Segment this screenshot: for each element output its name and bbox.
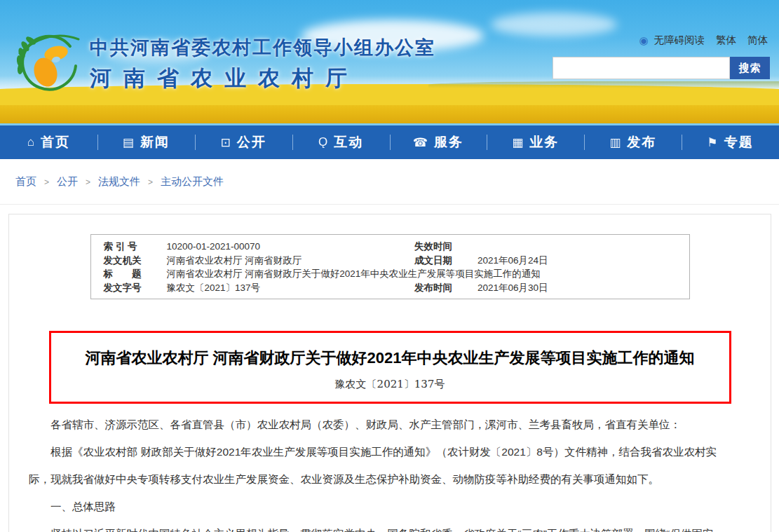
meta-index-value: 10200-01-2021-00070 bbox=[167, 240, 261, 254]
nav-item-label: 新闻 bbox=[140, 133, 170, 151]
meta-index-label: 索 引 号 bbox=[104, 240, 149, 254]
org-title-line1: 中共河南省委农村工作领导小组办公室 bbox=[90, 35, 435, 60]
nav-item[interactable]: Ǫ 互动 bbox=[292, 125, 390, 159]
nav-item[interactable]: ⌂ 首页 bbox=[0, 125, 97, 159]
breadcrumb: 首页 公开 法规文件 主动公开文件 bbox=[0, 159, 779, 205]
meta-row: 发文机关 河南省农业农村厅 河南省财政厅 成文日期 2021年06月24日 bbox=[91, 254, 689, 268]
nav-item-label: 公开 bbox=[237, 133, 266, 151]
document-number: 豫农文〔2021〕137号 bbox=[65, 378, 715, 391]
disclosure-icon: ⊡ bbox=[221, 135, 231, 150]
meta-written-date-value: 2021年06月24日 bbox=[477, 254, 548, 268]
home-icon: ⌂ bbox=[27, 135, 34, 149]
simplified-chinese-link[interactable]: 简体 bbox=[747, 34, 768, 47]
meta-title-label: 标 题 bbox=[104, 267, 149, 281]
breadcrumb-item[interactable]: 公开 bbox=[57, 175, 98, 189]
meta-row: 发文字号 豫农文〔2021〕137号 发布时间 2021年06月30日 bbox=[91, 281, 689, 295]
document-meta-table: 索 引 号 10200-01-2021-00070 失效时间 发文机关 河南省农… bbox=[90, 234, 690, 299]
document-title: 河南省农业农村厅 河南省财政厅关于做好2021年中央农业生产发展等项目实施工作的… bbox=[65, 348, 715, 369]
nav-item[interactable]: ⊡ 公开 bbox=[195, 125, 292, 159]
nav-item[interactable]: ☎ 服务 bbox=[390, 125, 487, 159]
cloud-decoration bbox=[491, 13, 617, 36]
header-tools: ◉ 无障碍阅读 繁体 简体 bbox=[639, 34, 768, 47]
breadcrumb-item[interactable]: 首页 bbox=[15, 175, 57, 189]
service-icon: ☎ bbox=[413, 135, 428, 150]
publish-icon: ▥ bbox=[609, 135, 621, 150]
wheat-field-decoration bbox=[0, 94, 779, 123]
meta-issuer-label: 发文机关 bbox=[104, 254, 149, 268]
search-button[interactable]: 搜索 bbox=[730, 57, 770, 79]
meta-row: 标 题 河南省农业农村厅 河南省财政厅关于做好2021年中央农业生产发展等项目实… bbox=[91, 267, 689, 281]
site-title-block: 中共河南省委农村工作领导小组办公室 河南省农业农村厅 bbox=[90, 35, 435, 93]
nav-item[interactable]: ▤ 新闻 bbox=[97, 125, 195, 159]
topics-icon: ⚑ bbox=[707, 135, 717, 150]
main-navigation: ⌂ 首页 ▤ 新闻 ⊡ 公开 Ǫ 互动 ☎ 服务 ▦ 业务 ▥ 发布 bbox=[0, 123, 779, 159]
breadcrumb-item[interactable]: 主动公开文件 bbox=[161, 175, 224, 189]
breadcrumb-item[interactable]: 法规文件 bbox=[98, 175, 161, 189]
interaction-icon: Ǫ bbox=[318, 135, 327, 149]
meta-docno-value: 豫农文〔2021〕137号 bbox=[167, 281, 261, 295]
accessibility-link[interactable]: 无障碍阅读 bbox=[654, 34, 705, 47]
search-input[interactable] bbox=[553, 57, 730, 79]
meta-expiry-label: 失效时间 bbox=[414, 240, 459, 254]
body-paragraph: 根据《农业农村部 财政部关于做好2021年农业生产发展等项目实施工作的通知》（农… bbox=[29, 438, 729, 493]
org-title-line2: 河南省农业农村厅 bbox=[90, 64, 435, 93]
meta-written-date-label: 成文日期 bbox=[414, 254, 459, 268]
nav-item-label: 业务 bbox=[529, 133, 559, 151]
body-paragraph: 坚持以习近平新时代中国特色社会主义思想为指导，贯彻落实党中央、国务院和省委、省政… bbox=[29, 520, 729, 532]
body-paragraph: 一、总体思路 bbox=[29, 493, 729, 520]
document-body: 各省辖市、济源示范区、各省直管县（市）农业农村局（农委）、财政局、水产主管部门，… bbox=[9, 404, 771, 532]
accessibility-eye-icon: ◉ bbox=[639, 34, 648, 47]
body-paragraph: 各省辖市、济源示范区、各省直管县（市）农业农村局（农委）、财政局、水产主管部门，… bbox=[29, 411, 729, 438]
nav-item[interactable]: ▦ 业务 bbox=[487, 125, 584, 159]
meta-title-value: 河南省农业农村厅 河南省财政厅关于做好2021年中央农业生产发展等项目实施工作的… bbox=[167, 267, 541, 281]
meta-row: 索 引 号 10200-01-2021-00070 失效时间 bbox=[91, 240, 689, 254]
search-bar: 搜索 bbox=[553, 57, 770, 79]
meta-published-label: 发布时间 bbox=[414, 281, 459, 295]
nav-item[interactable]: ⚑ 专题 bbox=[682, 125, 779, 159]
nav-item-label: 互动 bbox=[334, 133, 363, 151]
nav-item-label: 发布 bbox=[627, 133, 656, 151]
content-panel: 索 引 号 10200-01-2021-00070 失效时间 发文机关 河南省农… bbox=[8, 214, 771, 532]
nav-item-label: 专题 bbox=[724, 133, 754, 151]
nav-item-label: 服务 bbox=[434, 133, 463, 151]
site-banner: 中共河南省委农村工作领导小组办公室 河南省农业农村厅 ◉ 无障碍阅读 繁体 简体… bbox=[0, 0, 779, 123]
news-icon: ▤ bbox=[123, 135, 134, 150]
traditional-chinese-link[interactable]: 繁体 bbox=[716, 34, 736, 47]
nav-item[interactable]: ▥ 发布 bbox=[584, 125, 682, 159]
meta-published-value: 2021年06月30日 bbox=[477, 281, 548, 295]
document-title-box: 河南省农业农村厅 河南省财政厅关于做好2021年中央农业生产发展等项目实施工作的… bbox=[49, 331, 731, 404]
meta-issuer-value: 河南省农业农村厅 河南省财政厅 bbox=[167, 254, 302, 268]
business-icon: ▦ bbox=[512, 135, 523, 150]
meta-docno-label: 发文字号 bbox=[104, 281, 149, 295]
site-logo-wheat-wreath-icon bbox=[14, 28, 84, 98]
nav-item-label: 首页 bbox=[41, 133, 70, 151]
